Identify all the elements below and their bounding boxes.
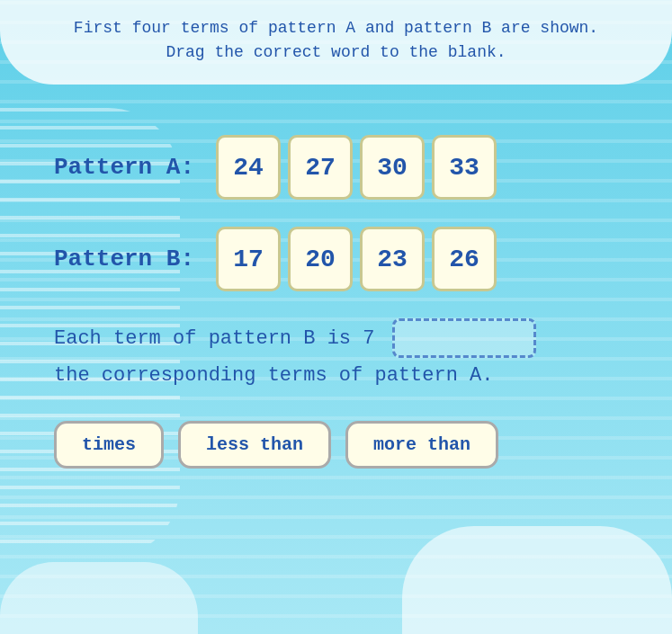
top-banner: First four terms of pattern A and patter… — [0, 0, 672, 85]
drag-btn-less-than[interactable]: less than — [178, 421, 331, 469]
pattern-b-term-2: 20 — [288, 227, 353, 291]
pattern-b-row: Pattern B: 17 20 23 26 — [54, 227, 618, 291]
bottom-right-cloud — [402, 526, 672, 634]
banner-line2: Drag the correct word to the blank. — [27, 40, 645, 65]
pattern-a-term-4: 33 — [432, 135, 497, 200]
pattern-a-label: Pattern A: — [54, 154, 216, 181]
pattern-b-term-3: 23 — [360, 227, 425, 291]
drop-zone[interactable] — [392, 318, 536, 358]
pattern-b-label: Pattern B: — [54, 246, 216, 272]
drag-btn-times[interactable]: times — [54, 421, 164, 469]
pattern-a-term-2: 27 — [288, 135, 353, 200]
drag-options: times less than more than — [54, 421, 618, 469]
pattern-b-term-1: 17 — [216, 227, 281, 291]
pattern-a-row: Pattern A: 24 27 30 33 — [54, 135, 618, 200]
main-content: Pattern A: 24 27 30 33 Pattern B: 17 20 … — [0, 99, 672, 505]
pattern-a-term-3: 30 — [360, 135, 425, 200]
sentence-part1: Each term of pattern B is 7 — [54, 327, 374, 350]
sentence-area: Each term of pattern B is 7 the correspo… — [54, 318, 618, 394]
drag-btn-more-than[interactable]: more than — [345, 421, 498, 469]
pattern-a-term-1: 24 — [216, 135, 281, 200]
sentence-part2: the corresponding terms of pattern A. — [54, 364, 493, 387]
pattern-b-term-4: 26 — [432, 227, 497, 291]
banner-line1: First four terms of pattern A and patter… — [27, 16, 645, 40]
bottom-left-cloud — [0, 562, 198, 634]
